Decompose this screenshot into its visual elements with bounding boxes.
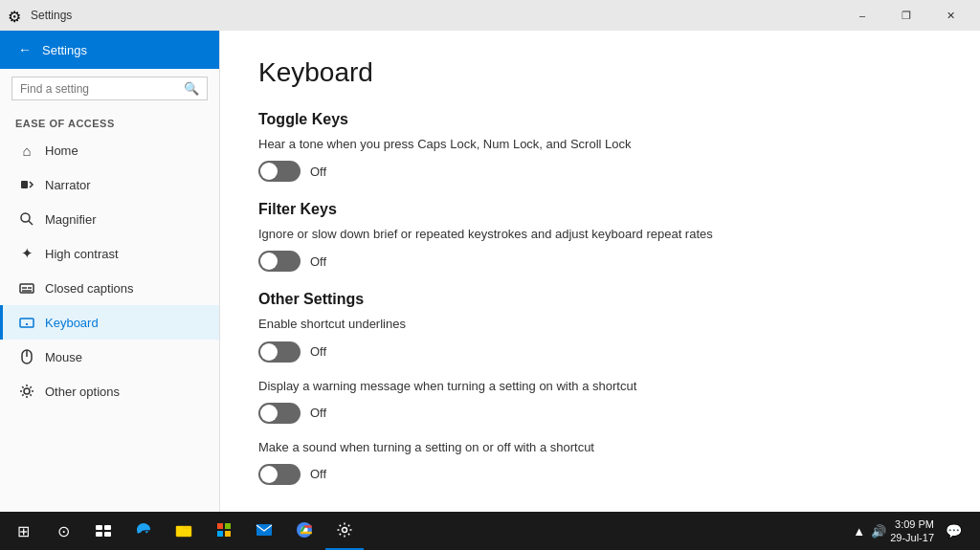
restore-button[interactable]: ❐ xyxy=(884,0,928,31)
sidebar-item-high-contrast[interactable]: ✦ High contrast xyxy=(0,236,219,271)
taskbar-clock[interactable]: 3:09 PM 29-Jul-17 xyxy=(890,517,934,545)
sidebar-item-label: Mouse xyxy=(45,350,82,364)
taskbar-system-icons: ▲ 🔊 xyxy=(853,524,886,539)
sound-shortcut-row: Off xyxy=(258,464,942,485)
toggle-keys-desc: Hear a tone when you press Caps Lock, Nu… xyxy=(258,136,794,153)
toggle-knob xyxy=(260,253,278,270)
title-bar: ⚙ Settings – ❐ ✕ xyxy=(0,0,980,31)
back-label: Settings xyxy=(42,43,87,57)
taskbar-app-chrome[interactable] xyxy=(285,512,323,550)
back-button[interactable]: ← Settings xyxy=(0,31,219,69)
taskbar-app-settings[interactable] xyxy=(325,512,364,550)
search-button[interactable]: ⊙ xyxy=(44,512,82,550)
taskbar-right: ▲ 🔊 3:09 PM 29-Jul-17 💬 xyxy=(853,512,976,550)
sidebar-item-other-options[interactable]: Other options xyxy=(0,374,219,408)
svg-rect-24 xyxy=(225,523,231,529)
sound-shortcut-state: Off xyxy=(310,467,326,481)
svg-rect-0 xyxy=(21,181,28,188)
toggle-keys-row: Off xyxy=(258,161,942,182)
svg-rect-7 xyxy=(20,319,33,327)
back-arrow-icon: ← xyxy=(15,40,34,59)
toggle-keys-state: Off xyxy=(310,165,326,179)
sidebar-item-label: High contrast xyxy=(45,247,119,261)
sidebar-item-narrator[interactable]: Narrator xyxy=(0,167,219,202)
home-icon: ⌂ xyxy=(18,142,35,159)
svg-rect-19 xyxy=(96,532,102,537)
page-title: Keyboard xyxy=(258,57,942,88)
volume-icon: 🔊 xyxy=(871,524,886,539)
toggle-knob xyxy=(260,163,278,180)
shortcut-underlines-state: Off xyxy=(310,344,326,359)
taskbar-time-value: 3:09 PM xyxy=(890,517,934,531)
svg-point-30 xyxy=(343,528,347,533)
filter-keys-desc: Ignore or slow down brief or repeated ke… xyxy=(258,226,794,243)
svg-line-2 xyxy=(29,221,33,225)
svg-rect-18 xyxy=(104,525,111,530)
warning-message-toggle[interactable] xyxy=(258,403,301,424)
svg-rect-25 xyxy=(217,531,223,537)
mouse-icon xyxy=(18,348,35,365)
other-settings-title: Other Settings xyxy=(258,291,942,308)
svg-rect-22 xyxy=(176,526,183,529)
main-content: Keyboard Toggle Keys Hear a tone when yo… xyxy=(220,31,980,512)
toggle-knob xyxy=(260,405,278,422)
minimize-button[interactable]: – xyxy=(840,0,884,31)
sidebar-item-label: Magnifier xyxy=(45,212,96,227)
app-body: ← Settings 🔍 Ease of Access ⌂ Home Narra… xyxy=(0,31,980,512)
filter-keys-title: Filter Keys xyxy=(258,201,942,218)
sidebar-item-closed-captions[interactable]: Closed captions xyxy=(0,271,219,305)
taskbar-left: ⊞ ⊙ xyxy=(4,512,364,550)
search-icon: 🔍 xyxy=(184,81,199,96)
narrator-icon xyxy=(18,176,35,193)
toggle-knob xyxy=(260,466,278,483)
sidebar-item-label: Home xyxy=(45,143,78,158)
filter-keys-state: Off xyxy=(310,254,326,269)
toggle-keys-title: Toggle Keys xyxy=(258,111,942,128)
sound-shortcut-toggle[interactable] xyxy=(258,464,301,485)
start-button[interactable]: ⊞ xyxy=(4,512,42,550)
magnifier-icon xyxy=(18,210,35,228)
notification-button[interactable]: 💬 xyxy=(938,512,969,550)
shortcut-underlines-row: Off xyxy=(258,341,942,363)
close-button[interactable]: ✕ xyxy=(928,0,972,31)
svg-point-1 xyxy=(21,213,30,222)
sidebar-item-label: Closed captions xyxy=(45,281,134,296)
settings-window-icon: ⚙ xyxy=(8,8,23,23)
toggle-keys-toggle[interactable] xyxy=(258,161,301,182)
taskbar-app-edge[interactable] xyxy=(124,512,163,550)
svg-point-16 xyxy=(24,388,30,394)
taskbar-app-store[interactable] xyxy=(205,512,243,550)
svg-rect-23 xyxy=(217,523,223,529)
sidebar-item-label: Narrator xyxy=(45,178,91,192)
sidebar-section-label: Ease of Access xyxy=(0,108,219,133)
sidebar: ← Settings 🔍 Ease of Access ⌂ Home Narra… xyxy=(0,31,220,512)
sound-shortcut-desc: Make a sound when turning a setting on o… xyxy=(258,439,794,456)
svg-rect-27 xyxy=(256,524,272,536)
sidebar-item-magnifier[interactable]: Magnifier xyxy=(0,202,219,236)
svg-rect-26 xyxy=(225,531,231,537)
other-options-icon xyxy=(18,383,35,400)
shortcut-underlines-toggle[interactable] xyxy=(258,341,301,363)
high-contrast-icon: ✦ xyxy=(18,245,35,262)
window-title: Settings xyxy=(31,9,72,22)
shortcut-underlines-desc: Enable shortcut underlines xyxy=(258,316,794,333)
search-box: 🔍 xyxy=(11,77,208,100)
filter-keys-toggle[interactable] xyxy=(258,251,301,272)
closed-captions-icon xyxy=(18,279,35,297)
svg-rect-17 xyxy=(96,525,102,530)
sidebar-item-keyboard[interactable]: Keyboard xyxy=(0,305,219,340)
taskbar: ⊞ ⊙ ▲ 🔊 3:09 PM 29-Jul-17 xyxy=(0,512,980,550)
filter-keys-row: Off xyxy=(258,251,942,272)
warning-message-row: Off xyxy=(258,403,942,424)
sidebar-item-mouse[interactable]: Mouse xyxy=(0,340,219,374)
search-input[interactable] xyxy=(20,82,178,96)
window-controls: – ❐ ✕ xyxy=(840,0,972,31)
taskbar-app-files[interactable] xyxy=(165,512,203,550)
svg-rect-20 xyxy=(104,532,111,537)
warning-message-state: Off xyxy=(310,406,326,420)
sidebar-item-home[interactable]: ⌂ Home xyxy=(0,133,219,167)
task-view-button[interactable] xyxy=(84,512,122,550)
sidebar-item-label: Other options xyxy=(45,385,120,399)
taskbar-app-mail[interactable] xyxy=(245,512,283,550)
keyboard-icon xyxy=(18,314,35,331)
